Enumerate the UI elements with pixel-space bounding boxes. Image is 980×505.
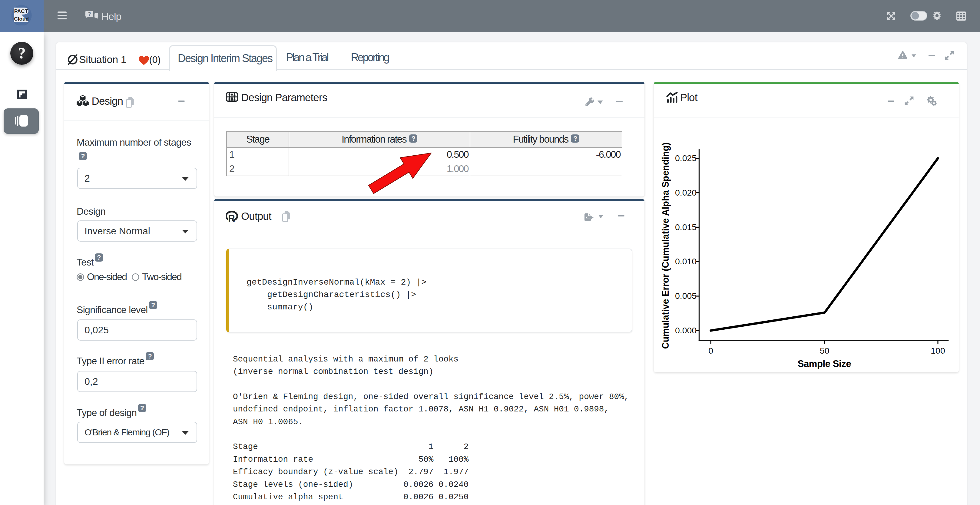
svg-text:?: ?	[88, 11, 91, 17]
svg-text:0.025: 0.025	[675, 153, 697, 163]
svg-text:PACT: PACT	[14, 8, 28, 14]
svg-text:100: 100	[931, 346, 945, 356]
svg-text:0.005: 0.005	[675, 291, 697, 301]
svg-text:Cloud: Cloud	[14, 16, 29, 22]
svg-text:0.015: 0.015	[675, 222, 697, 232]
svg-text:50: 50	[820, 346, 829, 356]
svg-text:R: R	[228, 213, 235, 222]
svg-text:Sample Size: Sample Size	[798, 359, 851, 369]
svg-text:0: 0	[708, 346, 713, 356]
svg-text:Cumulative Error (Cumulative A: Cumulative Error (Cumulative Alpha Spend…	[660, 142, 671, 349]
svg-text:0.000: 0.000	[675, 326, 697, 335]
svg-text:0.020: 0.020	[675, 188, 697, 197]
svg-text:0.010: 0.010	[675, 256, 697, 266]
